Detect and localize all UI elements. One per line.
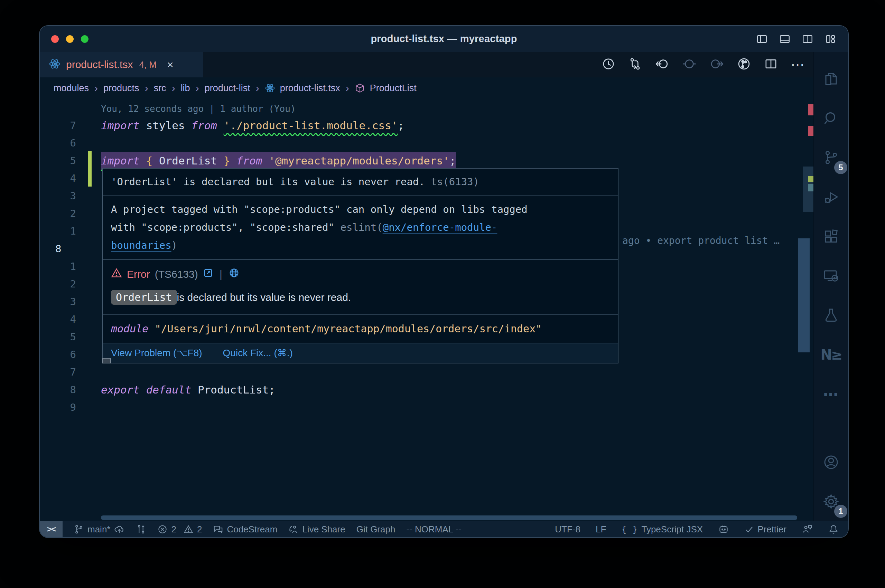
breadcrumb-item[interactable]: src <box>154 83 166 94</box>
sidebar-item-remote-explorer[interactable] <box>814 256 848 296</box>
sidebar-item-search[interactable] <box>814 99 848 138</box>
chevron-right-icon: › <box>345 82 350 94</box>
git-graph-status[interactable]: Git Graph <box>356 524 395 535</box>
eol-indicator[interactable]: LF <box>596 524 606 535</box>
open-external-icon[interactable] <box>203 268 213 280</box>
line-number[interactable]: 9 <box>40 399 76 416</box>
comment-discussion-icon <box>213 524 223 534</box>
sidebar-item-run-debug[interactable] <box>814 178 848 217</box>
editor-area[interactable]: You, 12 seconds ago | 1 author (You)7imp… <box>40 99 813 521</box>
tooltip-footer: View Problem (⌥F8) Quick Fix... (⌘.) <box>103 344 618 363</box>
sidebar-item-source-control[interactable]: 5 <box>814 138 848 178</box>
live-share-status[interactable]: Live Share <box>288 524 345 535</box>
git-graph-action-icon[interactable] <box>737 57 751 72</box>
line-number[interactable]: 1 <box>40 222 76 240</box>
previous-diff-icon[interactable] <box>682 57 697 72</box>
timeline-icon[interactable] <box>601 57 615 72</box>
eslint-rule-link[interactable]: boundaries <box>111 239 171 251</box>
line-number[interactable]: 7 <box>40 363 76 381</box>
horizontal-scrollbar[interactable] <box>101 516 797 520</box>
problems-status[interactable]: 2 2 <box>157 524 202 535</box>
sidebar-item-testing[interactable] <box>814 296 848 335</box>
eslint-rule-link[interactable]: @nx/enforce-module- <box>383 222 497 233</box>
git-branch-status[interactable]: main* <box>74 524 125 535</box>
line-number[interactable]: 2 <box>40 205 76 222</box>
codelens[interactable]: You, 12 seconds ago | 1 author (You) <box>101 101 813 117</box>
codelens-occluded[interactable]: ago • export product list … <box>622 233 780 249</box>
code-text: export default ProductList; <box>101 381 275 399</box>
github-status-icon[interactable] <box>718 524 729 535</box>
account-icon[interactable] <box>814 442 848 482</box>
live-share-icon <box>288 524 299 534</box>
breadcrumb-item[interactable]: product-list <box>205 83 250 94</box>
compare-changes-icon[interactable] <box>628 57 642 72</box>
overview-error-mark <box>808 104 813 116</box>
tooltip-resize-handle[interactable] <box>102 358 111 363</box>
chevron-right-icon: › <box>94 82 99 94</box>
code-line[interactable]: 7import styles from './product-list.modu… <box>40 117 813 134</box>
encoding-indicator[interactable]: UTF-8 <box>555 524 580 535</box>
minimize-button[interactable] <box>66 35 74 43</box>
line-number[interactable]: 8 <box>40 240 76 258</box>
line-number[interactable]: 4 <box>40 310 76 328</box>
line-number[interactable]: 6 <box>40 346 76 363</box>
chevron-right-icon: › <box>144 82 149 94</box>
line-number[interactable]: 3 <box>40 293 76 310</box>
zoom-button[interactable] <box>81 35 89 43</box>
toggle-primary-sidebar-icon[interactable] <box>756 33 768 45</box>
warning-triangle-icon <box>183 524 194 534</box>
line-number[interactable]: 7 <box>40 117 76 134</box>
toggle-panel-icon[interactable] <box>779 33 790 45</box>
line-number[interactable]: 5 <box>40 328 76 346</box>
line-number[interactable]: 1 <box>40 258 76 275</box>
breadcrumb-item[interactable]: modules <box>54 83 89 94</box>
line-number[interactable]: 4 <box>40 170 76 187</box>
chevron-right-icon: › <box>171 82 176 94</box>
line-number[interactable]: 6 <box>40 134 76 152</box>
breadcrumb-file[interactable]: product-list.tsx <box>280 83 340 94</box>
split-editor-icon[interactable] <box>764 57 778 72</box>
breadcrumb-item[interactable]: lib <box>181 83 190 94</box>
prettier-status[interactable]: Prettier <box>744 524 786 535</box>
toggle-secondary-sidebar-icon[interactable] <box>802 33 813 45</box>
more-actions-icon[interactable]: ⋯ <box>790 58 804 72</box>
settings-gear-icon[interactable]: 1 <box>814 482 848 521</box>
globe-icon[interactable] <box>228 267 240 281</box>
sidebar-item-extensions[interactable] <box>814 217 848 256</box>
code-line[interactable]: 6 <box>40 134 813 152</box>
vscode-window: product-list.tsx — myreactapp product-li… <box>39 25 849 538</box>
code-line[interactable]: 8export default ProductList; <box>40 381 813 399</box>
language-indicator[interactable]: { }TypeScript JSX <box>621 524 703 535</box>
close-button[interactable] <box>51 35 59 43</box>
code-line[interactable]: 5import { OrderList } from '@myreactapp/… <box>40 152 813 170</box>
notifications-bell-icon[interactable] <box>828 524 839 535</box>
vertical-scrollbar[interactable] <box>798 238 810 352</box>
feedback-icon[interactable] <box>802 524 813 535</box>
more-views-icon[interactable]: ⋯ <box>814 375 848 414</box>
line-number[interactable]: 8 <box>40 381 76 399</box>
tooltip-module-path: module "/Users/juri/nrwl/content/myreact… <box>103 315 618 344</box>
tab-bar: product-list.tsx 4, M × ⋯ <box>40 52 813 77</box>
view-problem-link[interactable]: View Problem (⌥F8) <box>111 347 202 359</box>
breadcrumb-item[interactable]: products <box>104 83 139 94</box>
codestream-status[interactable]: CodeStream <box>213 524 277 535</box>
line-number[interactable]: 2 <box>40 275 76 293</box>
window-controls <box>51 35 89 43</box>
quick-fix-link[interactable]: Quick Fix... (⌘.) <box>223 347 293 359</box>
code-line[interactable]: 7 <box>40 363 813 381</box>
tab-close-icon[interactable]: × <box>167 59 174 70</box>
sidebar-item-explorer[interactable] <box>814 59 848 99</box>
tab-product-list[interactable]: product-list.tsx 4, M × <box>40 52 203 77</box>
symbol-cube-icon <box>355 83 365 93</box>
compare-changes-status-icon[interactable] <box>136 524 146 534</box>
line-number[interactable]: 3 <box>40 187 76 205</box>
remote-indicator[interactable]: >< <box>40 521 63 537</box>
next-diff-icon[interactable] <box>709 57 724 72</box>
line-number[interactable]: 5 <box>40 152 76 170</box>
code-line[interactable]: 9 <box>40 399 813 416</box>
sidebar-item-nx-console[interactable]: N≥ <box>814 335 848 375</box>
vim-mode-indicator[interactable]: -- NORMAL -- <box>406 524 461 535</box>
customize-layout-icon[interactable] <box>825 33 836 45</box>
breadcrumb-symbol[interactable]: ProductList <box>370 83 416 94</box>
previous-change-icon[interactable] <box>655 57 669 72</box>
